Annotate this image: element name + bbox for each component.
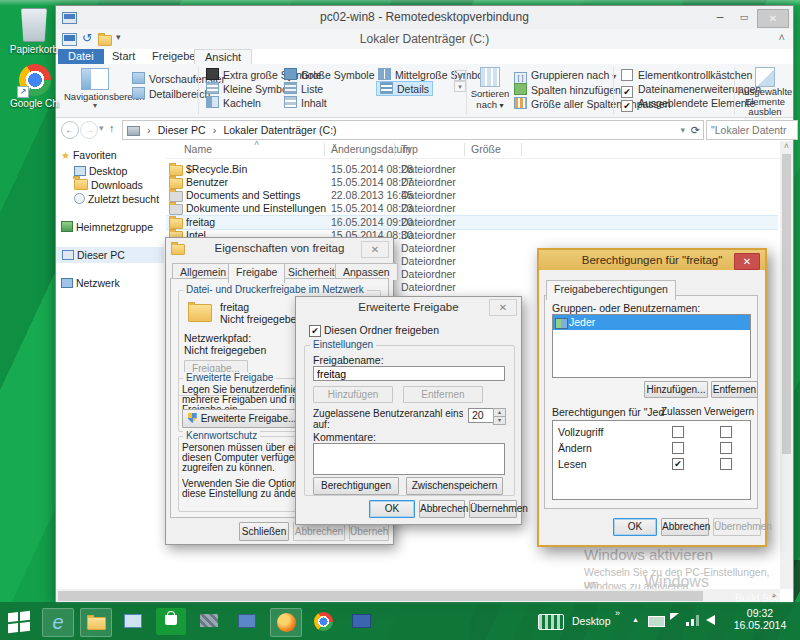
advanced-uebernehmen-button[interactable]: Übernehmen	[469, 500, 517, 518]
advanced-title-bar[interactable]: Erweiterte Freigabe	[296, 297, 521, 317]
advanced-ok-button[interactable]: OK	[369, 500, 415, 518]
taskbar-store-icon[interactable]	[156, 608, 186, 635]
layout-scroll-up[interactable]: ▴	[454, 70, 466, 81]
nav-pane-button[interactable]: Navigationsbereich ▾	[64, 68, 126, 109]
properties-close-button[interactable]: ✕	[361, 241, 389, 258]
taskbar-admin-tools-icon[interactable]	[232, 608, 262, 635]
layout-small-button[interactable]: Kleine Symbole	[206, 82, 296, 95]
sidebar-item-downloads[interactable]: Downloads	[74, 179, 143, 191]
sidebar-item-favoriten[interactable]: ★ Favoriten	[61, 149, 117, 161]
sort-by-button[interactable]: Sortieren nach ▾	[470, 67, 510, 110]
lesen-allow-checkbox[interactable]: ✔	[672, 458, 684, 470]
permissions-uebernehmen-button[interactable]: Übernehmen	[713, 518, 761, 536]
tray-overflow-icon[interactable]: »	[615, 608, 620, 618]
taskbar-network-places-icon[interactable]	[194, 608, 224, 635]
taskbar-remote-pc-icon[interactable]	[346, 608, 376, 635]
taskbar-firefox-icon[interactable]	[270, 608, 302, 637]
file-row[interactable]: Documents and Settings22.08.2013 16:45Da…	[166, 189, 778, 202]
schliessen-button[interactable]: Schließen	[239, 522, 289, 541]
hinzufuegen-button[interactable]: Hinzufügen	[313, 386, 393, 403]
tray-desktop-label[interactable]: Desktop	[572, 615, 611, 627]
layout-list-button[interactable]: Liste	[284, 82, 323, 95]
taskbar-chrome-icon[interactable]	[308, 608, 338, 635]
taskbar-rdp-icon[interactable]	[118, 608, 148, 635]
tray-battery-icon[interactable]	[648, 616, 665, 627]
group-by-button[interactable]: [ ]Gruppieren nach ▾	[514, 69, 616, 82]
address-bar[interactable]: › Dieser PC › Lokaler Datenträger (C:) ▾…	[122, 120, 704, 140]
sidebar-item-desktop[interactable]: Desktop	[74, 165, 127, 177]
spinner-buttons[interactable]: ▴▾	[493, 408, 506, 425]
horizontal-scrollbar[interactable]: ▸	[56, 589, 780, 603]
taskbar-ie-icon[interactable]: e	[42, 608, 74, 637]
layout-large-button[interactable]: Große Symbole	[284, 68, 375, 81]
file-row[interactable]: Dokumente und Einstellungen15.05.2014 08…	[166, 202, 778, 215]
tab-freigabe[interactable]: Freigabe	[228, 263, 285, 283]
vollzugriff-allow-checkbox[interactable]	[672, 426, 684, 438]
taskbar-explorer-icon[interactable]	[80, 608, 112, 637]
qat-dropdown-icon[interactable]: ▾	[116, 32, 121, 42]
zwischenspeichern-button[interactable]: Zwischenspeichern	[406, 477, 503, 495]
file-row[interactable]: $Recycle.Bin15.05.2014 08:28Dateiordner	[166, 163, 778, 176]
item-checkboxes-checkbox[interactable]: Elementkontrollkästchen	[621, 69, 752, 82]
hscroll-thumb[interactable]	[58, 591, 703, 601]
sidebar-item-zuletzt-besucht[interactable]: Zuletzt besucht	[74, 193, 159, 205]
layout-tiles-button[interactable]: Kacheln	[206, 96, 261, 109]
minimize-button[interactable]: –	[709, 6, 731, 29]
scroll-up-icon[interactable]: ˄	[780, 141, 793, 153]
forward-button[interactable]: →	[80, 121, 98, 139]
recent-pages-icon[interactable]: ▾	[99, 123, 104, 133]
qat-undo-icon[interactable]: ↺	[82, 31, 92, 45]
file-row[interactable]: Benutzer15.05.2014 08:27Dateiordner	[166, 176, 778, 189]
close-button[interactable]: ✕	[757, 9, 789, 28]
desktop-icon-recycle-bin[interactable]: Papierkorb	[8, 8, 60, 55]
refresh-icon[interactable]: ⟳	[691, 121, 700, 139]
up-button[interactable]: ↑	[109, 122, 115, 134]
advanced-close-button[interactable]: ✕	[489, 299, 517, 316]
user-row-selected[interactable]: Jeder	[553, 315, 750, 330]
tray-keyboard-icon[interactable]	[538, 614, 564, 630]
layout-content-button[interactable]: Inhalt	[284, 96, 327, 109]
layout-scroll-down[interactable]: ▾	[454, 81, 466, 92]
vollzugriff-deny-checkbox[interactable]	[720, 426, 732, 438]
users-listbox[interactable]: Jeder	[552, 314, 751, 378]
hide-selected-button[interactable]: AusgewählteElemente ausblen	[738, 67, 792, 117]
tab-ansicht[interactable]: Ansicht	[194, 49, 252, 65]
sidebar-item-netzwerk[interactable]: Netzwerk	[61, 277, 120, 289]
sidebar-item-heimnetzgruppe[interactable]: Heimnetzgruppe	[61, 221, 153, 233]
properties-title-bar[interactable]: Eigenschaften von freitag	[166, 238, 393, 259]
berechtigungen-button[interactable]: Berechtigungen	[313, 477, 399, 495]
column-header-type[interactable]: Typ	[401, 143, 418, 155]
tray-show-hidden-icon[interactable]: ▲	[632, 616, 639, 623]
column-header-name[interactable]: Name	[184, 143, 212, 155]
search-input[interactable]	[706, 120, 798, 140]
aendern-deny-checkbox[interactable]	[720, 442, 732, 454]
tray-network-icon[interactable]	[686, 615, 700, 626]
erweiterte-freigabe-button[interactable]: Erweiterte Freigabe...	[182, 409, 302, 428]
tray-clock[interactable]: 09:32 16.05.2014	[728, 607, 792, 631]
sidebar-item-dieser-pc[interactable]: Dieser PC	[56, 247, 164, 263]
tab-start[interactable]: Start	[102, 49, 145, 64]
perm-entfernen-button[interactable]: Entfernen	[711, 381, 758, 398]
spin-down-icon[interactable]: ▾	[494, 416, 505, 424]
scrollbar-thumb[interactable]	[782, 154, 791, 454]
permissions-close-button[interactable]: ✕	[734, 253, 760, 270]
column-header-date[interactable]: Änderungsdatum	[331, 143, 411, 155]
start-button[interactable]	[6, 610, 32, 634]
tray-flag-icon[interactable]	[670, 613, 679, 620]
address-dropdown-icon[interactable]: ▾	[680, 121, 685, 139]
add-columns-button[interactable]: Spalten hinzufügen ▾	[514, 83, 628, 96]
lesen-deny-checkbox[interactable]	[720, 458, 732, 470]
qat-folder-icon[interactable]	[98, 35, 112, 46]
permissions-ok-button[interactable]: OK	[613, 518, 657, 536]
layout-details-button[interactable]: Details	[376, 81, 433, 96]
comments-textarea[interactable]	[313, 443, 505, 475]
tray-volume-icon[interactable]	[706, 615, 715, 625]
back-button[interactable]: ←	[61, 121, 79, 139]
share-folder-checkbox[interactable]: ✔	[309, 325, 321, 337]
column-header-size[interactable]: Größe	[471, 143, 501, 155]
sharename-input[interactable]	[313, 366, 505, 381]
permissions-title-bar[interactable]: Berechtigungen für "freitag"	[539, 250, 765, 270]
spin-up-icon[interactable]: ▴	[494, 409, 505, 416]
desktop-icon-google-chrome[interactable]: ↗ Google Chrome	[10, 64, 60, 109]
maximize-button[interactable]: ▭	[733, 6, 755, 29]
